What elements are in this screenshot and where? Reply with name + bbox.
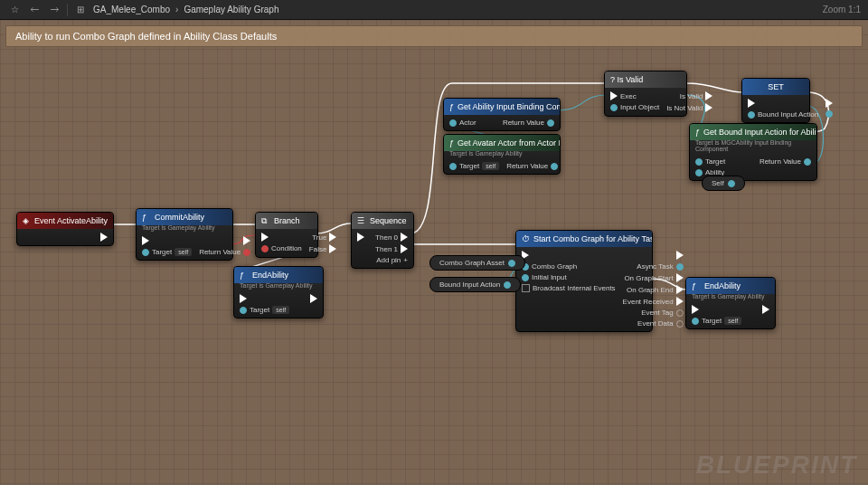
node-get-bound-input-action[interactable]: ƒGet Bound Input Action for Ability Targ… xyxy=(689,123,817,181)
exec-true-pin[interactable] xyxy=(329,233,336,242)
checkbox-broadcast[interactable] xyxy=(522,284,530,292)
async-icon: ⏱ xyxy=(522,234,530,243)
exec-not-valid-pin[interactable] xyxy=(705,103,712,112)
pin-condition[interactable] xyxy=(261,245,269,252)
exec-in-pin[interactable] xyxy=(610,91,618,100)
pin-self[interactable] xyxy=(728,180,735,187)
exec-then1-pin[interactable] xyxy=(401,244,408,253)
zoom-label: Zoom 1:1 xyxy=(823,5,861,14)
exec-in-pin[interactable] xyxy=(142,236,149,245)
node-set-variable[interactable]: SET Bound Input Action xyxy=(741,78,810,123)
chip-bound-input-action[interactable]: Bound Input Action xyxy=(429,277,521,292)
exec-then0-pin[interactable] xyxy=(401,233,408,242)
add-pin-button[interactable]: + xyxy=(403,256,408,264)
node-event-activate[interactable]: ◈Event ActivateAbility xyxy=(16,212,114,246)
node-header: SET xyxy=(742,79,809,95)
function-icon: ƒ xyxy=(692,281,701,290)
pin-actor[interactable] xyxy=(449,119,457,127)
node-header: ƒGet Ability Input Binding Component xyxy=(444,99,560,115)
node-header: ⧉Branch xyxy=(256,213,317,229)
pin-bound-input-action[interactable] xyxy=(748,111,755,119)
forward-button[interactable]: 🡒 xyxy=(47,3,61,17)
exec-out-pin[interactable] xyxy=(826,99,833,108)
chip-combo-graph-asset[interactable]: Combo Graph Asset xyxy=(429,255,525,271)
pin-return[interactable] xyxy=(551,163,558,170)
node-sequence[interactable]: ☰Sequence Then 0 Then 1 Add pin+ xyxy=(351,212,414,269)
comment-banner[interactable]: Ability to run Combo Graph defined in Ab… xyxy=(5,25,863,47)
breadcrumb-sep: › xyxy=(175,5,178,14)
pin-ability[interactable] xyxy=(695,169,703,176)
pin-return[interactable] xyxy=(547,119,554,127)
exec-out-pin[interactable] xyxy=(762,305,769,314)
pin-initial-input[interactable] xyxy=(522,274,529,281)
node-commit-ability[interactable]: ƒCommitAbility Target is Gameplay Abilit… xyxy=(136,208,233,261)
pin-input-object[interactable] xyxy=(610,104,618,111)
function-icon: ƒ xyxy=(240,271,249,280)
function-icon: ƒ xyxy=(449,102,454,111)
node-header: ⏱Start Combo Graph for Ability Task xyxy=(516,231,652,247)
pin-target[interactable] xyxy=(449,163,457,170)
node-branch[interactable]: ⧉Branch Condition True False xyxy=(255,212,318,258)
exec-in-pin[interactable] xyxy=(261,233,269,242)
exec-in-pin[interactable] xyxy=(692,305,699,314)
pin-out[interactable] xyxy=(504,281,511,289)
chip-self[interactable]: Self xyxy=(702,176,745,191)
pin-event-data[interactable] xyxy=(676,320,684,328)
exec-on-start-pin[interactable] xyxy=(676,273,684,282)
exec-in-pin[interactable] xyxy=(240,294,247,303)
node-header: ◈Event ActivateAbility xyxy=(17,213,113,229)
exec-out-pin[interactable] xyxy=(310,294,317,303)
separator xyxy=(67,4,68,16)
function-icon: ƒ xyxy=(695,128,700,137)
node-is-valid[interactable]: ? Is Valid Exec Input Object Is Valid Is… xyxy=(604,71,687,117)
exec-out-pin[interactable] xyxy=(676,251,684,260)
pin-return[interactable] xyxy=(804,158,811,166)
pin-event-tag[interactable] xyxy=(676,309,684,317)
exec-valid-pin[interactable] xyxy=(705,91,712,100)
breadcrumb-graph[interactable]: Gameplay Ability Graph xyxy=(184,5,278,14)
exec-false-pin[interactable] xyxy=(329,244,336,253)
pin-return[interactable] xyxy=(243,249,250,256)
pin-target[interactable] xyxy=(695,158,703,166)
exec-on-end-pin[interactable] xyxy=(676,285,684,294)
exec-event-received-pin[interactable] xyxy=(676,297,684,306)
back-button[interactable]: 🡐 xyxy=(27,3,42,17)
node-header: ƒEndAbility xyxy=(234,267,323,283)
graph-icon[interactable]: ⊞ xyxy=(73,3,88,17)
node-header: ƒEndAbility xyxy=(686,278,775,294)
node-start-combo-graph[interactable]: ⏱Start Combo Graph for Ability Task Comb… xyxy=(515,230,653,332)
breadcrumb-asset[interactable]: GA_Melee_Combo xyxy=(93,5,170,14)
blueprint-watermark: BLUEPRINT xyxy=(696,451,857,480)
top-toolbar: ☆ 🡐 🡒 ⊞ GA_Melee_Combo › Gameplay Abilit… xyxy=(0,0,868,20)
node-header: ? Is Valid xyxy=(605,71,686,88)
node-header: ƒCommitAbility xyxy=(137,209,232,225)
sequence-icon: ☰ xyxy=(357,216,366,225)
pin-target[interactable] xyxy=(240,307,247,314)
exec-out-pin[interactable] xyxy=(243,236,250,245)
node-end-ability-1[interactable]: ƒEndAbility Target is Gameplay Ability T… xyxy=(233,266,324,319)
function-icon: ƒ xyxy=(449,138,454,147)
node-get-avatar-actor[interactable]: ƒGet Avatar Actor from Actor Info Target… xyxy=(443,134,561,175)
home-button[interactable]: ☆ xyxy=(7,3,22,17)
graph-canvas[interactable]: Ability to run Combo Graph defined in Ab… xyxy=(0,20,868,485)
pin-async-task[interactable] xyxy=(676,263,684,271)
node-header: ƒGet Bound Input Action for Ability xyxy=(690,124,816,140)
pin-out[interactable] xyxy=(508,260,515,267)
branch-icon: ⧉ xyxy=(261,216,270,225)
event-icon: ◈ xyxy=(23,216,31,225)
node-header: ☰Sequence xyxy=(352,213,413,229)
pin-target[interactable] xyxy=(142,249,149,256)
exec-in-pin[interactable] xyxy=(748,99,755,108)
node-get-input-binding[interactable]: ƒGet Ability Input Binding Component Act… xyxy=(443,98,561,131)
node-end-ability-2[interactable]: ƒEndAbility Target is Gameplay Ability T… xyxy=(685,277,776,329)
function-icon: ƒ xyxy=(142,213,151,222)
exec-out-pin[interactable] xyxy=(100,233,108,242)
pin-target[interactable] xyxy=(692,318,699,325)
pin-out[interactable] xyxy=(826,110,833,118)
connection-wires xyxy=(0,20,868,485)
exec-in-pin[interactable] xyxy=(357,233,364,242)
node-header: ƒGet Avatar Actor from Actor Info xyxy=(444,135,560,151)
